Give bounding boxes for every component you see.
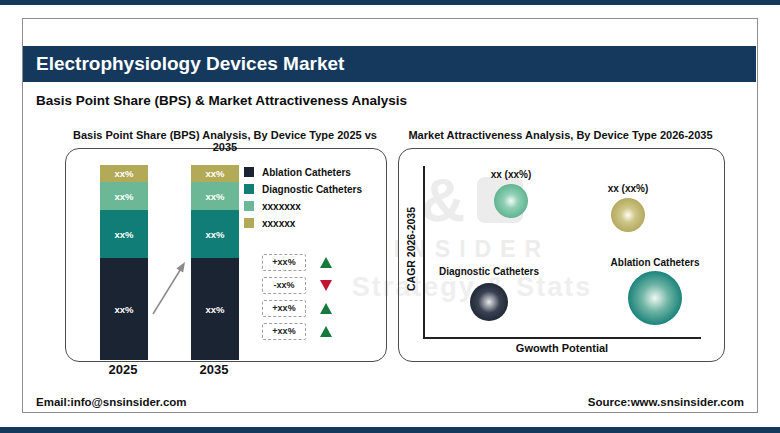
page-title: Electrophysiology Devices Market <box>23 46 756 82</box>
delta-badge-row: -xx% <box>262 277 332 294</box>
delta-value-box: +xx% <box>262 254 306 271</box>
attractiveness-chart-title: Market Attractiveness Analysis, By Devic… <box>398 129 723 141</box>
title-bar: Electrophysiology Devices Market <box>23 46 756 82</box>
trend-arrow-icon <box>149 257 191 319</box>
top-accent-bar <box>0 0 780 5</box>
bar-segment: xx% <box>100 258 148 360</box>
bubble-label: Ablation Catheters <box>611 257 700 268</box>
bar-segment: xx% <box>191 182 239 210</box>
bps-legend: Ablation Catheters Diagnostic Catheters … <box>244 167 362 228</box>
footer-source: Source:www.snsinsider.com <box>588 396 744 408</box>
y-axis-line <box>423 166 425 338</box>
delta-value-box: -xx% <box>262 277 306 294</box>
x-axis-line <box>423 337 701 339</box>
legend-label: xxxxxxx <box>262 201 301 212</box>
bar-segment: xx% <box>191 165 239 182</box>
x-axis-label: Gwowth Potential <box>423 342 701 354</box>
up-triangle-icon <box>320 303 332 314</box>
y-axis-label: CAGR 2026-2035 <box>405 169 417 329</box>
segment-value: xx% <box>114 168 133 179</box>
bubble-khaki <box>611 198 645 232</box>
bar-segment: xx% <box>191 210 239 258</box>
bubble-diagnostic-catheters <box>470 283 508 321</box>
legend-item: Diagnostic Catheters <box>244 184 362 194</box>
delta-value-box: +xx% <box>262 323 306 340</box>
up-triangle-icon <box>320 257 332 268</box>
legend-swatch-khaki-icon <box>244 218 254 228</box>
segment-value: xx% <box>205 229 224 240</box>
stacked-bar-2035: xx% xx% xx% xx% <box>191 165 239 360</box>
delta-badge-row: +xx% <box>262 323 332 340</box>
legend-swatch-seafoam-icon <box>244 201 254 211</box>
bar-segment: xx% <box>100 165 148 182</box>
stacked-bar-2025: xx% xx% xx% xx% <box>100 165 148 360</box>
bar-segment: xx% <box>100 182 148 210</box>
bubble-seafoam <box>494 184 528 218</box>
legend-item: Ablation Catheters <box>244 167 362 177</box>
x-tick-2025: 2025 <box>93 362 153 377</box>
infographic-canvas: & INSIDER Strategy & Stats Electrophysio… <box>0 0 780 433</box>
legend-label: Diagnostic Catheters <box>262 184 362 195</box>
delta-value-box: +xx% <box>262 300 306 317</box>
legend-swatch-navy-icon <box>244 167 254 177</box>
bottom-accent-bar <box>0 427 780 433</box>
bps-chart-panel: xx% xx% xx% xx% xx% xx% xx% xx% Ablation… <box>65 148 387 362</box>
footer-email: Email:info@snsinsider.com <box>36 396 187 408</box>
bps-chart-title: Basis Point Share (BPS) Analysis, By Dev… <box>65 129 385 153</box>
bar-segment: xx% <box>100 210 148 258</box>
segment-value: xx% <box>205 168 224 179</box>
bubble-label: Diagnostic Catheters <box>439 266 539 277</box>
bubble-label: xx (xx%) <box>491 169 532 180</box>
segment-value: xx% <box>114 304 133 315</box>
bar-segment: xx% <box>191 258 239 360</box>
legend-label: xxxxxx <box>262 218 295 229</box>
attractiveness-chart-panel: CAGR 2026-2035 Gwowth Potential xx (xx%)… <box>398 148 725 362</box>
bubble-ablation-catheters <box>628 271 682 325</box>
x-tick-2035: 2035 <box>184 362 244 377</box>
legend-item: xxxxxxx <box>244 201 362 211</box>
segment-value: xx% <box>205 191 224 202</box>
legend-swatch-teal-icon <box>244 184 254 194</box>
down-triangle-icon <box>320 280 332 291</box>
segment-value: xx% <box>114 229 133 240</box>
legend-label: Ablation Catheters <box>262 167 351 178</box>
segment-value: xx% <box>114 191 133 202</box>
up-triangle-icon <box>320 326 332 337</box>
page-subtitle: Basis Point Share (BPS) & Market Attract… <box>36 93 407 108</box>
bubble-label: xx (xx%) <box>608 183 649 194</box>
legend-item: xxxxxx <box>244 218 362 228</box>
segment-value: xx% <box>205 304 224 315</box>
delta-badge-row: +xx% <box>262 300 332 317</box>
delta-badge-row: +xx% <box>262 254 332 271</box>
